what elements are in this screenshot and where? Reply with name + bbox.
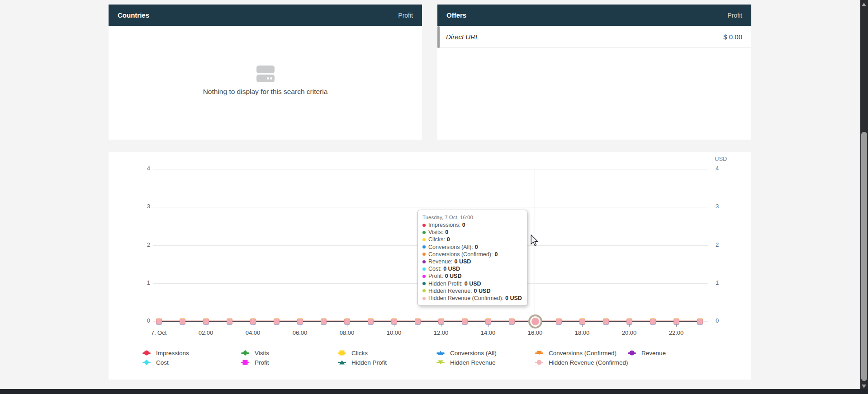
data-point-marker[interactable] xyxy=(556,319,562,324)
tooltip-item-profit: Profit:0 USD xyxy=(422,272,522,280)
countries-panel-title: Countries xyxy=(118,11,149,19)
chart-gridline xyxy=(153,169,708,169)
offer-row-direct-url[interactable]: Direct URL $ 0.00 xyxy=(437,26,751,48)
series-color-dot-icon xyxy=(422,289,426,292)
tooltip-item-cost: Cost:0 USD xyxy=(422,265,522,272)
tooltip-item-impressions: Impressions:0 xyxy=(422,221,522,229)
data-point-marker[interactable] xyxy=(321,319,327,324)
data-point-marker[interactable] xyxy=(156,319,162,324)
offers-profit-column-header[interactable]: Profit xyxy=(727,12,742,19)
hidden-revenue-confirmed-series-marker-icon xyxy=(535,359,543,366)
legend-label: Conversions (All) xyxy=(450,350,497,356)
legend-label: Visits xyxy=(255,350,269,356)
chart-unit-label: USD xyxy=(715,155,727,162)
legend-item-conversions-confirmed[interactable]: Conversions (Confirmed) xyxy=(535,349,617,356)
series-color-dot-icon xyxy=(422,253,426,256)
cost-series-marker-icon xyxy=(142,359,151,366)
series-color-dot-icon xyxy=(422,224,426,227)
data-point-marker[interactable] xyxy=(180,319,185,324)
highlighted-data-point[interactable] xyxy=(528,314,542,328)
legend-item-hidden-revenue[interactable]: Hidden Revenue xyxy=(436,359,496,366)
chart-gridline xyxy=(153,207,708,207)
legend-item-cost[interactable]: Cost xyxy=(142,359,169,366)
y-axis-tick-label-right: 4 xyxy=(716,165,719,172)
countries-panel: Countries Profit Nothing to display for … xyxy=(109,5,422,140)
data-point-marker[interactable] xyxy=(344,319,350,324)
legend-label: Conversions (Confirmed) xyxy=(549,350,617,356)
legend-label: Revenue xyxy=(641,350,666,356)
legend-item-clicks[interactable]: Clicks xyxy=(338,349,368,356)
data-point-marker[interactable] xyxy=(626,319,632,324)
clicks-series-marker-icon xyxy=(338,350,346,356)
y-axis-tick-label-left: 1 xyxy=(137,279,150,286)
legend-item-revenue[interactable]: Revenue xyxy=(628,349,666,356)
y-axis-tick-label-left: 2 xyxy=(137,241,150,248)
series-color-dot-icon xyxy=(422,282,426,285)
x-axis-tick-label: 10:00 xyxy=(387,329,402,336)
data-point-marker[interactable] xyxy=(297,319,303,324)
series-color-dot-icon xyxy=(422,245,426,249)
legend-item-visits[interactable]: Visits xyxy=(241,349,269,356)
data-point-marker[interactable] xyxy=(391,319,397,324)
data-point-marker[interactable] xyxy=(250,319,256,324)
series-color-dot-icon xyxy=(422,297,426,300)
chart-data-line xyxy=(156,320,700,322)
page-scrollbar[interactable] xyxy=(860,0,868,394)
countries-profit-column-header[interactable]: Profit xyxy=(398,12,413,19)
x-axis-tick-label: 02:00 xyxy=(199,329,213,336)
data-point-marker[interactable] xyxy=(485,319,491,324)
legend-item-profit[interactable]: Profit xyxy=(241,359,269,366)
page-scrollbar-thumb[interactable] xyxy=(861,132,867,381)
visits-series-marker-icon xyxy=(241,350,249,356)
offers-panel-title: Offers xyxy=(446,11,466,19)
chart-tooltip-items: Impressions:0Visits:0Clicks:0Conversions… xyxy=(422,221,522,302)
data-point-marker[interactable] xyxy=(603,319,609,324)
data-point-marker[interactable] xyxy=(415,319,421,324)
legend-item-hidden-revenue-confirmed[interactable]: Hidden Revenue (Confirmed) xyxy=(535,359,628,366)
tooltip-item-hidden-revenue: Hidden Revenue:0 USD xyxy=(422,287,522,295)
x-axis-tick-label: 18:00 xyxy=(575,329,590,336)
impressions-series-marker-icon xyxy=(142,350,151,356)
legend-label: Impressions xyxy=(156,350,189,356)
legend-label: Profit xyxy=(255,359,269,366)
series-color-dot-icon xyxy=(422,260,426,263)
data-point-marker[interactable] xyxy=(227,319,232,324)
legend-item-conversions-all[interactable]: Conversions (All) xyxy=(436,349,497,356)
data-point-marker[interactable] xyxy=(697,319,703,324)
countries-panel-body: Nothing to display for this search crite… xyxy=(109,26,422,140)
offers-list-scrollbar-thumb[interactable] xyxy=(437,26,440,48)
data-point-marker[interactable] xyxy=(438,319,444,324)
conversions-all-series-marker-icon xyxy=(436,350,445,356)
data-point-marker[interactable] xyxy=(462,319,468,324)
scrollbar-down-arrow-icon[interactable] xyxy=(862,385,866,388)
data-point-marker[interactable] xyxy=(274,319,280,324)
y-axis-tick-label-right: 3 xyxy=(716,203,719,210)
tooltip-item-conversions-all: Conversions (All):0 xyxy=(422,244,522,251)
x-axis-tick-label: 14:00 xyxy=(481,329,496,336)
countries-empty-text: Nothing to display for this search crite… xyxy=(109,88,422,96)
x-axis-tick-label: 16:00 xyxy=(528,329,543,336)
legend-item-impressions[interactable]: Impressions xyxy=(142,349,189,356)
mouse-cursor xyxy=(531,235,539,246)
data-point-marker[interactable] xyxy=(579,319,585,324)
y-axis-tick-label-left: 4 xyxy=(137,165,150,172)
data-point-marker[interactable] xyxy=(509,319,515,324)
chart-tooltip-title: Tuesday, 7 Oct, 16:00 xyxy=(422,214,522,220)
chart-tooltip: Tuesday, 7 Oct, 16:00 Impressions:0Visit… xyxy=(417,210,527,306)
tooltip-item-revenue: Revenue:0 USD xyxy=(422,258,522,265)
scrollbar-up-arrow-icon[interactable] xyxy=(862,3,866,6)
data-point-marker[interactable] xyxy=(368,319,374,324)
data-point-marker[interactable] xyxy=(203,319,209,324)
x-axis-tick-label: 08:00 xyxy=(340,329,355,336)
y-axis-tick-label-right: 1 xyxy=(716,279,719,286)
offer-name[interactable]: Direct URL xyxy=(446,33,479,41)
data-point-marker[interactable] xyxy=(674,319,679,324)
countries-panel-header: Countries Profit xyxy=(109,5,422,26)
legend-label: Cost xyxy=(156,359,169,366)
x-axis-tick-label: 22:00 xyxy=(669,329,684,336)
offers-panel-header: Offers Profit xyxy=(437,5,751,26)
revenue-series-marker-icon xyxy=(628,350,636,356)
series-color-dot-icon xyxy=(422,231,426,234)
legend-item-hidden-profit[interactable]: Hidden Profit xyxy=(338,359,387,366)
data-point-marker[interactable] xyxy=(650,319,656,324)
